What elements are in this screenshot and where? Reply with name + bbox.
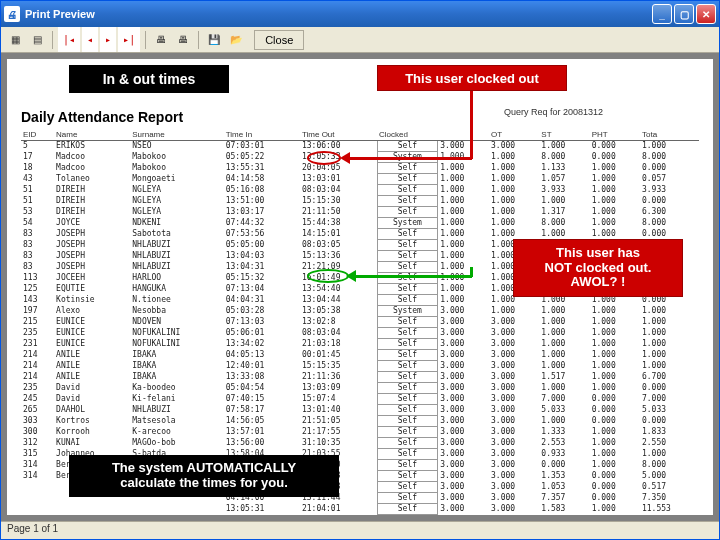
cell: 13:34:02 <box>224 339 300 350</box>
cell: 43 <box>21 174 54 185</box>
cell: 1.053 <box>539 482 589 493</box>
cell: 17 <box>21 152 54 163</box>
cell: 1.000 <box>590 163 640 174</box>
table-row: 5ERIKOSNSEO07:03:0113:06:00Self3.0003.00… <box>21 141 699 152</box>
cell: Self <box>377 372 438 383</box>
callout-not-clocked-line2: NOT clocked out. <box>545 261 652 276</box>
cell: 07:13:04 <box>224 284 300 295</box>
cell: 21:17:55 <box>300 427 377 438</box>
cell: 12:40:01 <box>224 361 300 372</box>
cell: 3.000 <box>438 460 489 471</box>
cell: 13:04:31 <box>224 262 300 273</box>
maximize-button[interactable]: ▢ <box>674 4 694 24</box>
table-row: 215EUNICENDOVEN07:13:0313:02:8Self3.0003… <box>21 317 699 328</box>
cell: Self <box>377 493 438 504</box>
last-page-button[interactable]: ▸| <box>118 27 140 52</box>
cell <box>21 482 54 493</box>
cell: Ka-boodeo <box>130 383 223 394</box>
cell: Self <box>377 262 438 273</box>
cell: 0.000 <box>640 416 699 427</box>
cell: 1.000 <box>539 339 589 350</box>
cell: 1.000 <box>438 284 489 295</box>
cell: KUNAI <box>54 438 130 449</box>
cell: 3.000 <box>438 438 489 449</box>
cell: 8.000 <box>539 218 589 229</box>
cell: Self <box>377 361 438 372</box>
save-icon[interactable]: 💾 <box>204 30 224 50</box>
cell: 13:57:01 <box>224 427 300 438</box>
print-icon[interactable]: 🖶 <box>151 30 171 50</box>
cell: 14:15:01 <box>300 229 377 240</box>
cell <box>130 504 223 515</box>
cell: 1.057 <box>539 174 589 185</box>
cell: System <box>377 306 438 317</box>
cell: 1.000 <box>539 361 589 372</box>
cell: 1.353 <box>539 471 589 482</box>
first-page-button[interactable]: |◂ <box>58 27 80 52</box>
cell: 13:33:08 <box>224 372 300 383</box>
close-window-button[interactable]: ✕ <box>696 4 716 24</box>
cell: 5.033 <box>640 405 699 416</box>
cell: 1.000 <box>590 460 640 471</box>
cell: Self <box>377 405 438 416</box>
cell: Self <box>377 460 438 471</box>
print-preview-window: 🖨 Print Preview _ ▢ ✕ ▦ ▤ |◂ ◂ ▸ ▸| 🖶 🖶 … <box>0 0 720 540</box>
cell: 1.000 <box>590 328 640 339</box>
cell: 1.000 <box>438 262 489 273</box>
table-row: 231EUNICENOFUKALINI13:34:0221:03:18Self3… <box>21 339 699 350</box>
cell: 0.000 <box>590 493 640 504</box>
grid-icon[interactable]: ▤ <box>27 30 47 50</box>
cell: 3.000 <box>489 141 539 152</box>
cell: 197 <box>21 306 54 317</box>
cell: 1.000 <box>438 251 489 262</box>
cell: Nesobba <box>130 306 223 317</box>
cell: 1.000 <box>640 328 699 339</box>
titlebar[interactable]: 🖨 Print Preview _ ▢ ✕ <box>1 1 719 27</box>
table-row: 214ANILEIBAKA13:33:0821:11:36Self3.0003.… <box>21 372 699 383</box>
cell: Self <box>377 482 438 493</box>
cell: 13:56:00 <box>224 438 300 449</box>
cell: Ki-felani <box>130 394 223 405</box>
cell: 3.000 <box>438 482 489 493</box>
cell: Self <box>377 471 438 482</box>
prev-page-button[interactable]: ◂ <box>82 27 98 52</box>
col-header: Surname <box>130 129 223 141</box>
cell: 314 <box>21 460 54 471</box>
cell: Self <box>377 196 438 207</box>
open-icon[interactable]: 📂 <box>226 30 246 50</box>
cell: 1.733 <box>539 515 589 516</box>
cell: 1.000 <box>640 449 699 460</box>
cell: Mabokoo <box>130 163 223 174</box>
cell: 3.000 <box>438 141 489 152</box>
cell: 3.000 <box>438 416 489 427</box>
cell: 315 <box>21 449 54 460</box>
cell: 8.000 <box>640 460 699 471</box>
cell: 1.000 <box>590 196 640 207</box>
cell: 51 <box>21 185 54 196</box>
cell: 3.000 <box>438 493 489 504</box>
cell: 13:04:44 <box>300 295 377 306</box>
cell: 08:03:05 <box>300 240 377 251</box>
cell: 18 <box>21 163 54 174</box>
cell: 214 <box>21 361 54 372</box>
cell: 04:05:13 <box>224 350 300 361</box>
page-layout-icon[interactable]: ▦ <box>5 30 25 50</box>
cell: 1.000 <box>438 174 489 185</box>
cell: Self <box>377 504 438 515</box>
cell: 04:04:31 <box>224 295 300 306</box>
minimize-button[interactable]: _ <box>652 4 672 24</box>
cell: 31:10:35 <box>300 438 377 449</box>
cell: 1.000 <box>489 207 539 218</box>
cell: 83 <box>21 240 54 251</box>
cell: Self <box>377 350 438 361</box>
print-setup-icon[interactable]: 🖶 <box>173 30 193 50</box>
close-button[interactable]: Close <box>254 30 304 50</box>
cell: Madcoo <box>54 152 130 163</box>
cell: 3.933 <box>539 185 589 196</box>
next-page-button[interactable]: ▸ <box>100 27 116 52</box>
cell: IBAKA <box>130 372 223 383</box>
cell: 1.000 <box>640 317 699 328</box>
cell: 3.000 <box>489 482 539 493</box>
cell: IBAKA <box>130 361 223 372</box>
cell: EQUTIE <box>54 284 130 295</box>
